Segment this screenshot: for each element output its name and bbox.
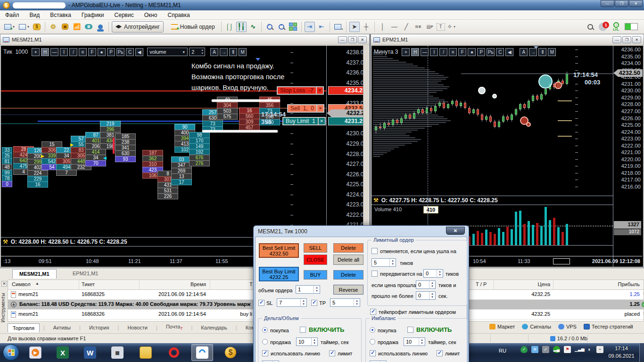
left-chart-restore[interactable]: ❐ <box>348 36 357 43</box>
imbalance-sell-radio[interactable] <box>370 339 375 345</box>
col-time[interactable]: Время <box>140 281 206 287</box>
delta-buy-radio[interactable] <box>262 327 268 333</box>
left-chart-close[interactable]: ✕ <box>358 36 367 43</box>
delta-limit-checkbox[interactable] <box>329 350 335 356</box>
cancel-buy-icon[interactable]: ✕ <box>318 118 325 124</box>
security-shield-icon[interactable]: ✓ <box>520 346 528 353</box>
elapsed-spinner[interactable]: 0▲▼ <box>416 291 436 300</box>
trade-dialog[interactable]: MESM21, Тик 1000 ✕ Best Sell Limit4232.5… <box>253 225 469 362</box>
chart-tool-button-I[interactable]: I <box>430 48 438 56</box>
order-volume-spinner[interactable]: 1▲▼ <box>296 285 320 294</box>
trend-line-icon[interactable]: ╱ <box>401 22 412 32</box>
col-ticket[interactable]: Тикет <box>82 281 95 287</box>
action-center-flag-icon[interactable]: ⚑ <box>564 346 571 353</box>
delta-sell-radio[interactable] <box>262 339 268 345</box>
move-checkbox[interactable] <box>372 271 378 277</box>
notifications-icon[interactable]: 1 <box>599 23 607 31</box>
market-watch-icon[interactable]: $ <box>32 22 42 32</box>
chart-tool-button-H[interactable]: H <box>411 48 419 56</box>
imbalance-buy-radio[interactable] <box>370 327 375 333</box>
tile-windows-icon[interactable] <box>288 22 298 32</box>
taskbar-opera[interactable] <box>163 344 185 361</box>
delta-use-line-checkbox[interactable] <box>262 350 268 356</box>
tab-history[interactable]: История <box>84 323 114 332</box>
reverse-button[interactable]: Reverse <box>333 285 363 295</box>
stop-loss-label[interactable]: Stop Loss -7✕ <box>277 86 324 95</box>
tab-news[interactable]: Новости <box>123 323 152 332</box>
chart-tool-button-Ⅱ[interactable]: Ⅱ <box>229 48 237 56</box>
chart-tool-button-F[interactable]: F <box>88 48 96 56</box>
candles-chart-icon[interactable]: ╿╽ <box>236 22 247 32</box>
taskbar-calculator[interactable]: ▦ <box>107 344 128 361</box>
col-tp[interactable]: Т / Р <box>476 281 487 287</box>
cancel-if-price-checkbox[interactable] <box>372 248 378 254</box>
community-icon[interactable] <box>95 22 106 32</box>
auto-scroll-icon[interactable]: ⇥ <box>305 22 315 32</box>
chart-tool-button-/[interactable]: / <box>69 48 77 56</box>
speaker-icon[interactable]: ◖ <box>586 346 593 353</box>
imbalance-timer-spinner[interactable]: 10▲▼ <box>404 337 425 346</box>
language-indicator[interactable]: RU <box>499 348 506 354</box>
dialog-title-bar[interactable]: MESM21, Тик 1000 <box>254 226 469 237</box>
close-position-button[interactable]: CLOSE <box>304 255 327 265</box>
right-chart-close[interactable]: ✕ <box>632 36 641 43</box>
delta-enable-checkbox[interactable] <box>300 327 306 333</box>
new-window-icon[interactable]: ▼ <box>17 22 27 32</box>
chart-tool-button-≡[interactable]: ≡ <box>449 48 457 56</box>
network-meter-icon[interactable]: ▂▄ <box>553 346 560 353</box>
tp-spinner[interactable]: 5▲▼ <box>330 298 360 307</box>
chart-tool-button-H[interactable]: H <box>41 48 49 56</box>
move-ticks-spinner[interactable]: 0▲▼ <box>423 269 443 278</box>
money-icon[interactable]: ❁ <box>48 22 58 32</box>
col-profit[interactable]: Прибыль <box>564 281 640 287</box>
tab-vps[interactable]: VPS <box>558 324 577 329</box>
chart-tool-button-P[interactable]: P <box>107 48 115 56</box>
algo-trading-button[interactable]: Алготрейдинг <box>112 21 164 33</box>
imbalance-limit-checkbox[interactable] <box>437 350 443 356</box>
menu-view[interactable]: Вид <box>25 11 45 19</box>
taskbar-media-player[interactable]: ▶ <box>25 344 46 361</box>
menu-file[interactable]: Файл <box>0 11 25 19</box>
col-symbol[interactable]: Символ <box>12 281 31 287</box>
signal-strength-icon[interactable]: ▁▃▅ <box>575 346 582 353</box>
close-button[interactable]: ✕ <box>629 0 643 7</box>
expand-icon[interactable]: + <box>11 302 17 307</box>
vertical-line-icon[interactable]: │ <box>378 22 388 32</box>
col-type[interactable]: Т <box>249 281 253 287</box>
menu-service[interactable]: Сервис <box>109 11 139 19</box>
right-chart-minimize[interactable]: — <box>612 36 621 43</box>
taskbar-explorer[interactable] <box>135 344 157 361</box>
zoom-out-icon[interactable]: − <box>276 22 287 32</box>
col-price[interactable]: Цена <box>503 281 550 287</box>
menu-insert[interactable]: Вставка <box>45 11 76 19</box>
best-buy-limit-button[interactable]: Best Buy Limit4232.25 <box>259 267 299 281</box>
minimize-button[interactable]: — <box>601 0 614 7</box>
chart-tool-button-●[interactable]: ● <box>98 48 106 56</box>
dialog-close-button[interactable]: ✕ <box>446 227 465 235</box>
search-icon[interactable] <box>587 24 593 30</box>
chart-tool-button-—[interactable]: — <box>50 48 58 56</box>
chart-tool-button-→[interactable]: → <box>220 48 228 56</box>
chart-tab-mesm21[interactable]: MESM21,M1 <box>12 269 57 279</box>
taskbar-trading-app-active[interactable] <box>191 344 213 361</box>
chart-tool-button-A[interactable]: A <box>210 48 218 56</box>
save-template-icon[interactable]: ▪ <box>333 22 343 32</box>
tab-trade[interactable]: Торговля <box>8 323 40 332</box>
chart-tool-button-M[interactable]: M <box>239 48 247 56</box>
imbalance-use-line-checkbox[interactable] <box>370 350 376 356</box>
tab-assets[interactable]: Активы <box>49 323 75 332</box>
right-chart-restore[interactable]: ❐ <box>622 36 631 43</box>
sl-spinner[interactable]: 7▲▼ <box>277 298 307 307</box>
buy-button[interactable]: BUY <box>304 270 327 280</box>
chart-tool-button-—[interactable]: — <box>421 48 429 56</box>
chart-tool-button-Pь[interactable]: Pь <box>487 48 495 56</box>
tab-mail[interactable]: Почта7 <box>161 322 188 332</box>
cancel-ticks-spinner[interactable]: 5▲▼ <box>372 258 396 267</box>
lvl-indicator-icon[interactable]: ↑LVL <box>613 22 619 32</box>
indicator-spinner[interactable]: 2▲▼ <box>189 48 205 56</box>
line-chart-icon[interactable]: ∿ <box>248 22 258 32</box>
chart-tool-button-+[interactable]: + <box>32 48 40 56</box>
chart-tool-button-●[interactable]: ● <box>468 48 476 56</box>
sl-checkbox[interactable] <box>258 300 264 306</box>
cursor-icon[interactable]: ➤ <box>349 22 360 32</box>
